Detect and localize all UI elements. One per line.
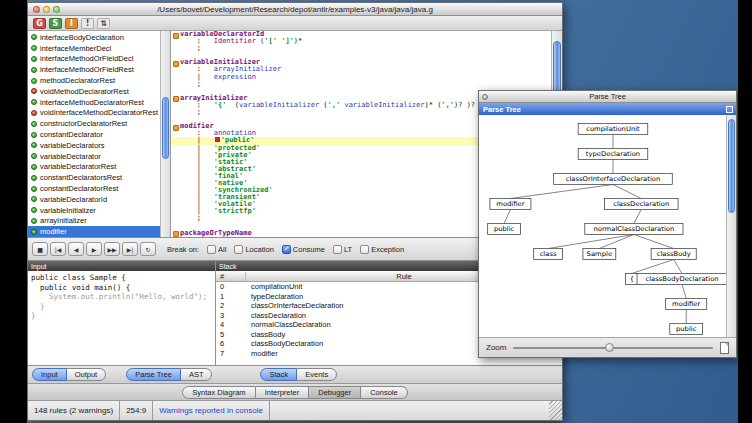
play-button[interactable]: ▶ [86, 242, 102, 256]
view-tab-events[interactable]: Events [297, 368, 337, 381]
tree-node-classDeclaration[interactable]: classDeclaration [604, 199, 678, 210]
view-tabs: InputOutputParse TreeASTStackEvents [28, 366, 562, 384]
parse-tree-scrollbar-thumb[interactable] [728, 119, 735, 212]
view-tab-ast[interactable]: AST [181, 368, 213, 381]
tab-syntax-diagram[interactable]: Syntax Diagram [182, 386, 255, 399]
tree-node-classBody[interactable]: classBody [651, 249, 696, 260]
checkbox-label: All [218, 245, 226, 254]
gutter [171, 201, 180, 208]
rule-item[interactable]: variableDeclarator [28, 151, 160, 162]
parse-tree-scrollbar[interactable] [726, 115, 736, 337]
svg-text:classDeclaration: classDeclaration [613, 201, 669, 209]
tree-node-Sample[interactable]: Sample [583, 249, 616, 260]
tab-debugger[interactable]: Debugger [309, 386, 361, 399]
gutter [171, 159, 180, 166]
rule-item[interactable]: arrayInitializer [28, 216, 160, 227]
rules-scrollbar[interactable] [160, 31, 170, 237]
rules-scrollbar-thumb[interactable] [162, 97, 169, 159]
parse-tree-canvas[interactable]: compilationUnittypeDeclarationclassOrInt… [479, 115, 736, 337]
rule-item[interactable]: variableInitializer [28, 205, 160, 216]
export-page-icon[interactable] [720, 342, 729, 354]
resize-grip[interactable] [549, 401, 562, 420]
rule-item[interactable]: interfaceMethodOrFieldRest [28, 64, 160, 75]
editor-line: ; [171, 45, 551, 52]
tree-node-classBodyDeclaration[interactable]: classBodyDeclaration [637, 274, 726, 285]
tab-interpreter[interactable]: Interpreter [256, 386, 310, 399]
rule-item[interactable]: interfaceBodyDeclaration [28, 32, 160, 43]
input-code[interactable]: public class Sample { public void main()… [28, 271, 215, 365]
stop-button[interactable]: ■ [32, 242, 48, 256]
parse-tree-panel-header[interactable]: Parse Tree [479, 103, 736, 115]
rule-label: constructorDeclaratorRest [40, 119, 127, 128]
rule-item[interactable]: interfaceMethodDeclaratorRest [28, 97, 160, 108]
rules-list: interfaceBodyDeclarationinterfaceMemberD… [28, 31, 160, 237]
rule-item[interactable]: variableDeclarators [28, 140, 160, 151]
gutter [171, 194, 180, 201]
tree-node-compilationUnit[interactable]: compilationUnit [578, 124, 648, 135]
debug-icon[interactable]: ! [81, 18, 94, 29]
check-grammar-icon[interactable]: G [33, 18, 46, 29]
breakon-checkbox-all[interactable]: All [207, 245, 226, 254]
stack-row-index: 4 [216, 320, 246, 330]
breakpoint-icon [215, 137, 220, 142]
loop-button[interactable]: ↻ [140, 242, 156, 256]
interpreter-icon[interactable]: I [65, 18, 78, 29]
tree-node-modifier[interactable]: modifier [490, 199, 531, 210]
rule-item[interactable]: modifier [28, 226, 160, 237]
break-on-label: Break on: [167, 245, 199, 254]
go-to-end-button[interactable]: ▶| [122, 242, 138, 256]
rule-item[interactable]: constantDeclaratorRest [28, 183, 160, 194]
tree-node-class[interactable]: class [534, 249, 563, 260]
view-tab-stack[interactable]: Stack [260, 368, 297, 381]
tree-node-brace[interactable]: { [626, 274, 638, 285]
sort-rules-icon[interactable]: ⇅ [97, 18, 110, 29]
rule-item[interactable]: methodDeclaratorRest [28, 75, 160, 86]
rule-item[interactable]: voidInterfaceMethodDeclaratorRest [28, 108, 160, 119]
fast-forward-button[interactable]: ▶▶ [104, 242, 120, 256]
rule-ok-icon [31, 34, 37, 40]
rule-item[interactable]: constantDeclarator [28, 129, 160, 140]
rule-item[interactable]: variableDeclaratorRest [28, 162, 160, 173]
rule-item[interactable]: constantDeclaratorsRest [28, 172, 160, 183]
rule-item[interactable]: constructorDeclaratorRest [28, 118, 160, 129]
zoom-slider[interactable] [513, 347, 713, 349]
parse-tree-panel-title: Parse Tree [483, 105, 521, 114]
rule-item[interactable]: voidMethodDeclaratorRest [28, 86, 160, 97]
go-to-start-button[interactable]: |◀ [50, 242, 66, 256]
rule-ok-icon [31, 121, 37, 127]
view-tab-input[interactable]: Input [32, 368, 67, 381]
detach-icon[interactable] [726, 106, 733, 113]
svg-text:typeDeclaration: typeDeclaration [586, 151, 640, 159]
status-filler [270, 401, 549, 420]
zoom-button[interactable] [53, 6, 60, 13]
palette-close-button[interactable] [482, 94, 488, 100]
breakon-checkbox-lt[interactable]: LT [333, 245, 352, 254]
view-tab-output[interactable]: Output [67, 368, 107, 381]
parse-tree-titlebar[interactable]: Parse Tree [479, 91, 736, 103]
breakon-checkbox-consume[interactable]: ✓Consume [282, 245, 325, 254]
breakon-checkbox-exception[interactable]: Exception [360, 245, 404, 254]
gutter [171, 45, 180, 52]
step-back-button[interactable]: ◀ [68, 242, 84, 256]
close-button[interactable] [33, 6, 40, 13]
zoom-slider-knob[interactable] [605, 343, 614, 352]
minimize-button[interactable] [43, 6, 50, 13]
stack-row-index: 3 [216, 311, 246, 321]
breakon-checkbox-location[interactable]: Location [234, 245, 273, 254]
rule-item[interactable]: interfaceMethodOrFieldDecl [28, 54, 160, 65]
tab-console[interactable]: Console [361, 386, 408, 399]
rule-label: constantDeclaratorsRest [40, 173, 122, 182]
tree-node-normalClassDeclaration[interactable]: normalClassDeclaration [585, 224, 683, 235]
tree-node-public[interactable]: public [670, 324, 703, 335]
syntax-diagram-icon[interactable]: S [49, 18, 62, 29]
rule-item[interactable]: interfaceMemberDecl [28, 43, 160, 54]
tree-node-public[interactable]: public [488, 224, 521, 235]
tree-node-typeDeclaration[interactable]: typeDeclaration [578, 149, 648, 160]
rule-item[interactable]: variableDeclaratorId [28, 194, 160, 205]
tree-node-classOrInterfaceDeclaration[interactable]: classOrInterfaceDeclaration [554, 174, 673, 185]
rule-label: voidMethodDeclaratorRest [40, 87, 129, 96]
view-tab-parse-tree[interactable]: Parse Tree [126, 368, 181, 381]
tree-node-modifier[interactable]: modifier [666, 299, 707, 310]
parse-tree-window: Parse Tree Parse Tree compilationUnittyp… [478, 90, 737, 358]
main-titlebar[interactable]: /Users/bovet/Development/Research/depot/… [28, 3, 562, 16]
